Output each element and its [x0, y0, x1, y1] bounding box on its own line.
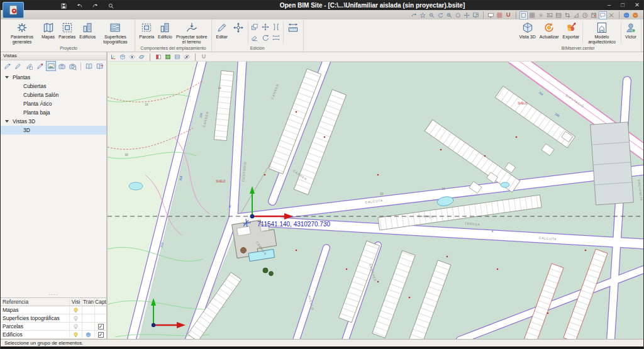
copy-button[interactable]: [250, 21, 260, 32]
zoom-in-button[interactable]: [445, 11, 453, 19]
monitor-button[interactable]: [487, 11, 495, 19]
edificios-button[interactable]: Edificios: [77, 20, 97, 40]
capture-cell[interactable]: ✓: [95, 331, 106, 338]
view-delete-button[interactable]: x: [35, 61, 45, 71]
proyectar-sobre-el-terreno-button[interactable]: Proyectar sobre el terreno: [174, 20, 209, 45]
app-menu-button[interactable]: [3, 2, 24, 18]
tree-item-cubierta-salon[interactable]: Cubierta Salón: [1, 91, 106, 99]
minimize-button[interactable]: –: [608, 1, 611, 9]
book-button[interactable]: [84, 61, 94, 71]
view-duplicate-button[interactable]: [24, 61, 34, 71]
axes-button[interactable]: [109, 53, 117, 61]
vista-3d-button[interactable]: Vista 3D: [517, 20, 537, 40]
view-current-button[interactable]: [46, 61, 56, 71]
tree-item-planta-baja[interactable]: Planta baja: [1, 108, 106, 117]
layer-box-button[interactable]: [174, 53, 181, 61]
visibility-cell[interactable]: [70, 323, 82, 330]
panel-splitter[interactable]: ····: [1, 293, 106, 297]
transparency-cell[interactable]: [82, 323, 95, 330]
star-button[interactable]: [419, 11, 427, 19]
tree-item-cubiertas[interactable]: Cubiertas: [1, 82, 106, 91]
tree-item-planta-atico[interactable]: Planta Ático: [1, 99, 106, 108]
transparency-cell[interactable]: [82, 306, 95, 314]
align-v-button[interactable]: [271, 21, 282, 32]
globe-button[interactable]: [623, 11, 631, 19]
close-x-button[interactable]: [608, 11, 616, 19]
reference-row-mapas[interactable]: Mapas: [1, 306, 106, 314]
redo-button[interactable]: [91, 2, 99, 9]
reference-row-superficies-topograficas[interactable]: Superficies topográficas: [1, 314, 106, 323]
tree-item-3d[interactable]: 3D: [1, 126, 106, 135]
grid-button[interactable]: [528, 11, 536, 19]
view-edit-button[interactable]: [13, 61, 23, 71]
camera-button[interactable]: [57, 61, 67, 71]
parcelas-button[interactable]: Parcelas: [57, 20, 77, 40]
superficies-topograficas-button[interactable]: Superficies topográficas: [97, 20, 133, 45]
tree-item-vistas-3d[interactable]: Vistas 3D: [1, 117, 106, 126]
zoom-button[interactable]: [107, 2, 115, 9]
book-export-button[interactable]: [95, 61, 105, 71]
crop-button[interactable]: [564, 11, 572, 19]
zoom-out-button[interactable]: [428, 11, 436, 19]
victor-button[interactable]: Victor: [623, 20, 639, 40]
rotate-button[interactable]: [260, 32, 271, 43]
red-box-button[interactable]: [155, 53, 162, 61]
save-button[interactable]: [60, 2, 68, 9]
view-new-button[interactable]: +: [2, 61, 12, 71]
camera-zoom-button[interactable]: [68, 61, 78, 71]
capture-cell[interactable]: ✓: [95, 323, 106, 330]
screen-arrow-button[interactable]: [472, 11, 480, 19]
sphere-button[interactable]: [631, 11, 640, 19]
arc-redo-button[interactable]: [410, 11, 418, 19]
editar-button[interactable]: Editar: [214, 20, 230, 40]
edificio-button[interactable]: Edificio: [156, 20, 174, 40]
chevron-down-icon[interactable]: [5, 120, 9, 123]
capture-cell[interactable]: [95, 306, 106, 314]
cube-button[interactable]: [119, 53, 126, 61]
transparency-cell[interactable]: [82, 314, 95, 322]
checkbox-checked-icon[interactable]: ✓: [98, 332, 104, 338]
maximize-button[interactable]: □: [621, 1, 625, 9]
eye-off-button[interactable]: [183, 53, 191, 61]
modelo-arquitectonico-button[interactable]: Modelo arquitectónico: [584, 20, 619, 45]
parcela-button[interactable]: Parcela: [137, 20, 156, 40]
reference-row-parcelas[interactable]: Parcelas✓: [1, 323, 106, 331]
clock-button[interactable]: [581, 11, 589, 19]
chevron-down-icon[interactable]: [5, 76, 9, 79]
setsquare-button[interactable]: [572, 11, 580, 19]
square-button[interactable]: [519, 11, 528, 19]
reference-row-edificios[interactable]: Edificios✓: [1, 331, 106, 339]
visibility-cell[interactable]: [70, 331, 82, 338]
magnet-button[interactable]: [504, 11, 513, 19]
map-canvas[interactable]: CARRERCARRERCUSTODIOCARRERDIPUTACIÓCALCU…: [108, 62, 644, 340]
refresh-arc-button[interactable]: [436, 11, 445, 19]
undo-button[interactable]: [75, 2, 84, 9]
exportar-button[interactable]: Exportar: [561, 20, 581, 40]
mapas-button[interactable]: Mapas: [40, 20, 57, 40]
orbit-button[interactable]: [138, 53, 145, 61]
actualizar-button[interactable]: Actualizar: [538, 20, 561, 40]
comment-button[interactable]: [599, 11, 607, 19]
erase-button[interactable]: [250, 32, 260, 43]
screen-lines-button[interactable]: [555, 11, 563, 19]
close-button[interactable]: ✕: [635, 1, 640, 9]
image-button[interactable]: [546, 11, 554, 19]
eye-button[interactable]: [128, 53, 136, 61]
snap-button[interactable]: [200, 53, 208, 61]
visibility-cell[interactable]: [70, 306, 82, 314]
calendar-button[interactable]: [590, 11, 598, 19]
transparency-cell[interactable]: [82, 331, 95, 338]
pan-button[interactable]: [463, 11, 471, 19]
align-h-button[interactable]: [271, 32, 282, 43]
parametros-generales-button[interactable]: Parámetros generales: [4, 20, 40, 45]
visibility-cell[interactable]: [70, 314, 82, 322]
tree-item-plantas[interactable]: Plantas: [1, 73, 106, 82]
capture-cell[interactable]: [95, 314, 106, 322]
move-button[interactable]: [260, 21, 271, 32]
green-box-button[interactable]: [164, 53, 172, 61]
dot-square-button[interactable]: [537, 11, 545, 19]
move-node-button[interactable]: [230, 20, 247, 35]
grid-red-button[interactable]: [496, 11, 504, 19]
circle-button[interactable]: [454, 11, 462, 19]
checkbox-checked-icon[interactable]: ✓: [98, 324, 104, 330]
